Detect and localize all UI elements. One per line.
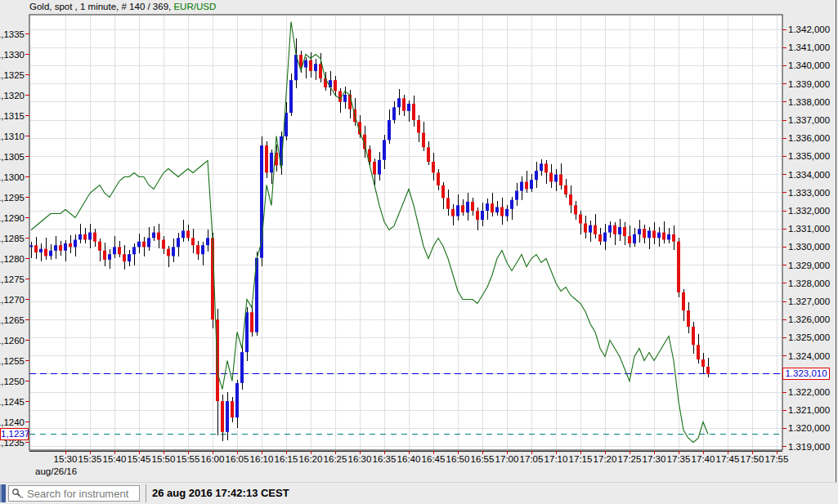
dock-handle[interactable] — [0, 484, 6, 502]
svg-text:1,1335: 1,1335 — [0, 29, 25, 39]
svg-text:1.327,000: 1.327,000 — [788, 297, 830, 306]
eurusd-current-price-label: 1,1237 — [0, 428, 29, 440]
svg-text:16:35: 16:35 — [373, 454, 397, 464]
svg-text:15:55: 15:55 — [177, 454, 200, 464]
svg-text:17:10: 17:10 — [544, 454, 568, 464]
svg-text:1.333,000: 1.333,000 — [788, 188, 830, 198]
svg-text:15:30: 15:30 — [54, 454, 78, 464]
svg-text:1,1260: 1,1260 — [0, 336, 25, 346]
svg-text:15:50: 15:50 — [152, 454, 176, 464]
svg-text:1.324,000: 1.324,000 — [788, 351, 830, 361]
status-separator — [146, 484, 146, 502]
svg-text:1,1305: 1,1305 — [0, 152, 25, 162]
svg-text:1,1280: 1,1280 — [0, 254, 25, 264]
svg-text:1,1300: 1,1300 — [0, 172, 25, 182]
svg-text:1.336,000: 1.336,000 — [788, 133, 830, 143]
window-right-border — [836, 0, 836, 482]
instrument-search-box[interactable] — [8, 485, 140, 502]
svg-text:16:10: 16:10 — [250, 454, 274, 464]
svg-text:15:40: 15:40 — [103, 454, 127, 464]
svg-text:17:55: 17:55 — [765, 454, 789, 464]
svg-text:16:20: 16:20 — [299, 454, 323, 464]
svg-text:1,1245: 1,1245 — [0, 397, 25, 407]
svg-text:17:00: 17:00 — [495, 454, 519, 464]
svg-text:17:20: 17:20 — [594, 454, 617, 464]
svg-text:1,1275: 1,1275 — [0, 274, 25, 284]
price-chart[interactable]: 1,13351,13301,13251,13201,13151,13101,13… — [0, 0, 838, 482]
svg-text:16:15: 16:15 — [275, 454, 298, 464]
svg-text:1.326,000: 1.326,000 — [788, 314, 830, 324]
svg-text:1.329,000: 1.329,000 — [788, 261, 830, 270]
gold-current-price-label: 1.323,010 — [782, 368, 830, 380]
svg-text:1,1310: 1,1310 — [0, 132, 25, 141]
svg-text:16:50: 16:50 — [446, 454, 470, 464]
svg-text:16:45: 16:45 — [422, 454, 446, 464]
x-axis-date-label: aug/26/16 — [35, 466, 77, 476]
svg-text:1.322,000: 1.322,000 — [788, 387, 830, 397]
svg-text:1.337,000: 1.337,000 — [788, 115, 830, 125]
svg-text:1,1250: 1,1250 — [0, 377, 25, 386]
svg-text:17:25: 17:25 — [618, 454, 642, 464]
svg-text:1.330,000: 1.330,000 — [788, 242, 830, 252]
status-clock: 26 aug 2016 17:42:13 CEST — [152, 487, 289, 499]
chart-title: Gold, spot , 1 minute, # 140 / 369, EUR/… — [29, 2, 216, 11]
svg-text:17:30: 17:30 — [643, 454, 666, 464]
svg-text:1,1320: 1,1320 — [0, 91, 25, 100]
svg-text:1.339,000: 1.339,000 — [788, 79, 830, 89]
svg-text:17:40: 17:40 — [692, 454, 715, 464]
svg-text:1,1330: 1,1330 — [0, 50, 25, 60]
svg-text:1,1255: 1,1255 — [0, 356, 25, 366]
svg-text:1.332,000: 1.332,000 — [788, 206, 830, 216]
svg-text:1.320,000: 1.320,000 — [788, 423, 830, 433]
status-bar: 26 aug 2016 17:42:13 CEST — [0, 482, 838, 504]
svg-text:1.335,000: 1.335,000 — [788, 151, 830, 161]
svg-text:1.328,000: 1.328,000 — [788, 279, 830, 288]
svg-text:1,1295: 1,1295 — [0, 193, 25, 203]
svg-text:16:40: 16:40 — [397, 454, 421, 464]
trading-workspace: Gold, spot , 1 minute, # 140 / 369, EUR/… — [0, 0, 838, 504]
svg-text:1,1270: 1,1270 — [0, 295, 25, 305]
svg-text:16:00: 16:00 — [201, 454, 225, 464]
chart-title-instrument: Gold, spot , 1 minute, # 140 / 369, — [29, 2, 173, 11]
svg-text:1.338,000: 1.338,000 — [788, 97, 830, 107]
svg-text:16:25: 16:25 — [324, 454, 347, 464]
svg-text:16:30: 16:30 — [348, 454, 372, 464]
svg-text:15:45: 15:45 — [128, 454, 151, 464]
svg-text:1.331,000: 1.331,000 — [788, 224, 830, 234]
svg-text:16:05: 16:05 — [226, 454, 249, 464]
svg-text:17:50: 17:50 — [741, 454, 764, 464]
svg-text:1.321,000: 1.321,000 — [788, 405, 830, 415]
svg-text:15:35: 15:35 — [78, 454, 102, 464]
svg-text:1.319,000: 1.319,000 — [788, 442, 830, 452]
svg-text:1,1315: 1,1315 — [0, 111, 25, 121]
svg-text:1.334,000: 1.334,000 — [788, 170, 830, 180]
svg-text:1,1325: 1,1325 — [0, 70, 25, 80]
svg-text:1.340,000: 1.340,000 — [788, 60, 830, 70]
svg-text:17:35: 17:35 — [667, 454, 691, 464]
svg-text:17:45: 17:45 — [716, 454, 740, 464]
svg-text:17:05: 17:05 — [520, 454, 544, 464]
svg-text:1.325,000: 1.325,000 — [788, 332, 830, 342]
chart-title-overlay-symbol: EUR/USD — [173, 2, 216, 11]
search-icon — [11, 488, 24, 499]
svg-text:1.342,000: 1.342,000 — [788, 25, 830, 34]
search-input[interactable] — [25, 487, 137, 501]
svg-text:1,1285: 1,1285 — [0, 234, 25, 243]
svg-text:1,1265: 1,1265 — [0, 315, 25, 325]
svg-text:16:55: 16:55 — [471, 454, 495, 464]
svg-text:1,1240: 1,1240 — [0, 417, 25, 427]
svg-text:1,1290: 1,1290 — [0, 213, 25, 223]
svg-text:1.341,000: 1.341,000 — [788, 42, 830, 52]
svg-text:17:15: 17:15 — [569, 454, 593, 464]
